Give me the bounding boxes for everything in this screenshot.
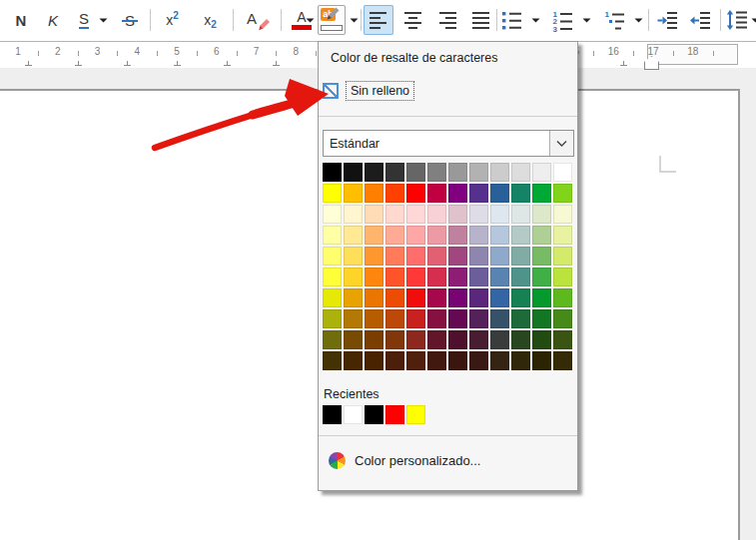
color-swatch[interactable] xyxy=(344,309,363,328)
color-swatch[interactable] xyxy=(365,247,383,266)
highlight-color-button[interactable]: ab xyxy=(318,5,346,35)
color-swatch[interactable] xyxy=(427,268,446,286)
color-swatch[interactable] xyxy=(532,226,551,245)
color-swatch[interactable] xyxy=(365,226,383,245)
recent-color-swatch[interactable] xyxy=(365,405,383,424)
color-swatch[interactable] xyxy=(385,268,404,286)
color-swatch[interactable] xyxy=(344,351,363,370)
color-swatch[interactable] xyxy=(385,184,404,203)
color-swatch[interactable] xyxy=(406,163,425,182)
color-swatch[interactable] xyxy=(448,205,467,224)
color-swatch[interactable] xyxy=(406,226,425,245)
color-swatch[interactable] xyxy=(323,288,342,307)
color-swatch[interactable] xyxy=(385,330,404,349)
color-swatch[interactable] xyxy=(365,309,383,328)
color-swatch[interactable] xyxy=(448,184,467,203)
color-swatch[interactable] xyxy=(553,330,572,349)
color-swatch[interactable] xyxy=(323,205,342,224)
color-swatch[interactable] xyxy=(365,330,383,349)
color-swatch[interactable] xyxy=(427,247,446,266)
color-swatch[interactable] xyxy=(448,226,467,245)
strikethrough-button[interactable]: S xyxy=(117,5,143,35)
color-swatch[interactable] xyxy=(532,309,551,328)
color-swatch[interactable] xyxy=(365,351,383,370)
color-swatch[interactable] xyxy=(553,288,572,307)
color-swatch[interactable] xyxy=(385,288,404,307)
color-swatch[interactable] xyxy=(427,351,446,370)
color-swatch[interactable] xyxy=(532,288,551,307)
color-swatch[interactable] xyxy=(553,247,572,266)
color-swatch[interactable] xyxy=(406,351,425,370)
color-swatch[interactable] xyxy=(532,184,551,203)
color-swatch[interactable] xyxy=(344,268,363,286)
italic-button[interactable]: K xyxy=(40,5,66,35)
color-swatch[interactable] xyxy=(323,351,342,370)
color-swatch[interactable] xyxy=(448,351,467,370)
recent-color-swatch[interactable] xyxy=(344,405,363,424)
color-swatch[interactable] xyxy=(448,309,467,328)
justify-button[interactable] xyxy=(467,5,495,35)
bullet-list-button[interactable] xyxy=(499,5,525,35)
color-swatch[interactable] xyxy=(427,330,446,349)
color-swatch[interactable] xyxy=(323,163,342,182)
highlight-dropdown-arrow[interactable] xyxy=(348,5,360,35)
color-swatch[interactable] xyxy=(323,247,342,266)
bold-button[interactable]: N xyxy=(8,5,34,35)
color-swatch[interactable] xyxy=(553,163,572,182)
align-center-button[interactable] xyxy=(399,5,427,35)
color-swatch[interactable] xyxy=(448,163,467,182)
recent-color-swatch[interactable] xyxy=(323,405,342,424)
clear-formatting-button[interactable]: A xyxy=(240,5,274,35)
color-swatch[interactable] xyxy=(385,309,404,328)
color-swatch[interactable] xyxy=(323,268,342,286)
color-swatch[interactable] xyxy=(490,247,509,266)
color-swatch[interactable] xyxy=(365,184,383,203)
color-swatch[interactable] xyxy=(490,226,509,245)
color-swatch[interactable] xyxy=(553,184,572,203)
color-swatch[interactable] xyxy=(365,268,383,286)
color-swatch[interactable] xyxy=(385,247,404,266)
color-swatch[interactable] xyxy=(344,226,363,245)
color-swatch[interactable] xyxy=(427,163,446,182)
color-swatch[interactable] xyxy=(469,309,488,328)
color-swatch[interactable] xyxy=(406,288,425,307)
outline-list-button[interactable]: 1 xyxy=(602,5,628,35)
color-swatch[interactable] xyxy=(532,268,551,286)
custom-color-button[interactable]: Color personalizado... xyxy=(329,445,480,475)
color-swatch[interactable] xyxy=(511,309,530,328)
color-swatch[interactable] xyxy=(469,205,488,224)
color-swatch[interactable] xyxy=(385,163,404,182)
color-swatch[interactable] xyxy=(553,309,572,328)
color-swatch[interactable] xyxy=(511,205,530,224)
line-spacing-dropdown-arrow[interactable] xyxy=(749,5,756,35)
color-swatch[interactable] xyxy=(469,288,488,307)
color-swatch[interactable] xyxy=(511,330,530,349)
color-swatch[interactable] xyxy=(490,205,509,224)
color-swatch[interactable] xyxy=(553,351,572,370)
color-swatch[interactable] xyxy=(365,163,383,182)
subscript-button[interactable]: x2 xyxy=(195,5,226,35)
no-fill-option[interactable]: Sin relleno xyxy=(323,80,413,102)
color-swatch[interactable] xyxy=(323,309,342,328)
color-swatch[interactable] xyxy=(532,247,551,266)
color-swatch[interactable] xyxy=(427,205,446,224)
color-swatch[interactable] xyxy=(532,351,551,370)
color-swatch[interactable] xyxy=(344,163,363,182)
color-swatch[interactable] xyxy=(448,330,467,349)
color-swatch[interactable] xyxy=(427,309,446,328)
color-swatch[interactable] xyxy=(490,184,509,203)
bullet-list-dropdown-arrow[interactable] xyxy=(529,5,541,35)
color-swatch[interactable] xyxy=(553,226,572,245)
color-swatch[interactable] xyxy=(323,226,342,245)
color-swatch[interactable] xyxy=(385,205,404,224)
recent-color-swatch[interactable] xyxy=(385,405,404,424)
color-swatch[interactable] xyxy=(490,330,509,349)
color-swatch[interactable] xyxy=(532,163,551,182)
color-swatch[interactable] xyxy=(344,288,363,307)
color-swatch[interactable] xyxy=(511,351,530,370)
color-swatch[interactable] xyxy=(406,309,425,328)
color-swatch[interactable] xyxy=(344,247,363,266)
color-swatch[interactable] xyxy=(469,184,488,203)
color-swatch[interactable] xyxy=(511,247,530,266)
color-swatch[interactable] xyxy=(469,247,488,266)
